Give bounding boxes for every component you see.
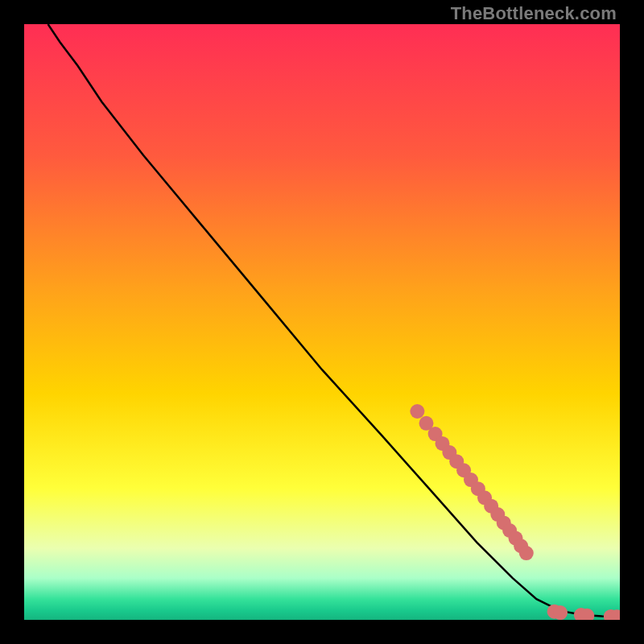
data-point [410, 404, 424, 419]
plot-area [24, 24, 620, 620]
chart-frame: TheBottleneck.com [0, 0, 644, 644]
chart-svg [24, 24, 620, 620]
data-point [553, 605, 568, 620]
watermark-label: TheBottleneck.com [451, 3, 617, 24]
data-point [519, 546, 534, 560]
gradient-background [24, 24, 620, 620]
